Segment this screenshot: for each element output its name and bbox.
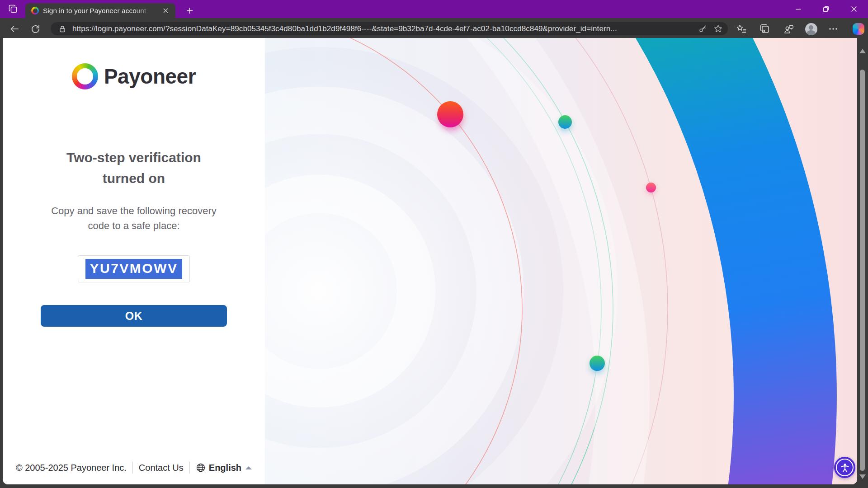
favorites-bar-button[interactable]	[735, 22, 748, 36]
url-text: https://login.payoneer.com/?sessionDataK…	[72, 24, 693, 33]
lock-icon	[57, 23, 68, 34]
refresh-icon	[31, 24, 40, 34]
back-button[interactable]	[8, 23, 21, 35]
ok-button[interactable]: OK	[41, 305, 227, 327]
avatar	[805, 23, 817, 35]
language-label: English	[209, 463, 241, 473]
page-content: Payoneer Two-step verification turned on…	[3, 38, 857, 484]
language-selector[interactable]: English	[196, 463, 252, 473]
collections-button[interactable]	[758, 22, 772, 36]
heading-line-1: Two-step verification	[3, 147, 265, 168]
accessibility-button[interactable]	[834, 457, 855, 478]
address-bar[interactable]: https://login.payoneer.com/?sessionDataK…	[51, 22, 728, 35]
payoneer-ring-icon	[72, 63, 98, 89]
footer: © 2005-2025 Payoneer Inc. Contact Us Eng…	[3, 462, 265, 474]
password-key-icon[interactable]	[697, 23, 708, 34]
footer-divider	[132, 462, 133, 474]
new-tab-button[interactable]	[183, 4, 196, 17]
tab-title: Sign in to your Payoneer account	[43, 7, 156, 15]
browser-tab[interactable]: Sign in to your Payoneer account	[25, 3, 175, 18]
workspaces-button[interactable]	[5, 2, 21, 16]
feedback-button[interactable]	[782, 22, 795, 36]
payoneer-favicon-icon	[31, 7, 39, 14]
close-window-button[interactable]	[840, 0, 868, 18]
maximize-button[interactable]	[812, 0, 840, 18]
minimize-button[interactable]	[784, 0, 812, 18]
page-heading: Two-step verification turned on	[3, 147, 265, 189]
window-controls	[784, 0, 868, 18]
contact-us-link[interactable]: Contact Us	[139, 463, 184, 473]
background-art	[265, 38, 857, 484]
scroll-thumb[interactable]	[860, 70, 865, 471]
profile-button[interactable]	[804, 22, 818, 36]
globe-icon	[196, 463, 206, 473]
workspaces-icon	[8, 4, 19, 14]
copilot-button[interactable]	[852, 22, 865, 36]
footer-divider	[189, 462, 190, 474]
recovery-code-box[interactable]: YU7VMOWV	[78, 255, 190, 282]
caret-up-icon	[245, 466, 252, 469]
payoneer-logo: Payoneer	[3, 63, 265, 89]
back-arrow-icon	[9, 24, 19, 34]
scrollbar	[857, 38, 868, 488]
recovery-code-text[interactable]: YU7VMOWV	[85, 259, 182, 279]
tab-close-icon[interactable]	[160, 5, 171, 16]
plus-icon	[186, 7, 193, 14]
favorite-star-icon[interactable]	[712, 23, 723, 34]
browser-titlebar: Sign in to your Payoneer account	[0, 0, 868, 18]
login-panel: Payoneer Two-step verification turned on…	[3, 38, 265, 484]
refresh-button[interactable]	[29, 23, 42, 35]
person-feedback-icon	[783, 23, 794, 35]
copilot-icon	[853, 23, 864, 35]
settings-menu-button[interactable]	[826, 22, 840, 36]
ellipsis-icon	[829, 24, 838, 33]
instruction-text: Copy and save the following recovery cod…	[3, 203, 265, 233]
instruction-line-1: Copy and save the following recovery	[3, 203, 265, 218]
brand-name: Payoneer	[104, 64, 196, 89]
collections-icon	[760, 23, 770, 34]
instruction-line-2: code to a safe place:	[3, 218, 265, 233]
heading-line-2: turned on	[3, 168, 265, 189]
scroll-up-arrow[interactable]	[859, 49, 866, 53]
favorites-star-list-icon	[736, 23, 747, 34]
scroll-down-arrow[interactable]	[859, 474, 866, 479]
copyright-text: © 2005-2025 Payoneer Inc.	[16, 463, 127, 473]
accessibility-ring	[836, 459, 854, 476]
